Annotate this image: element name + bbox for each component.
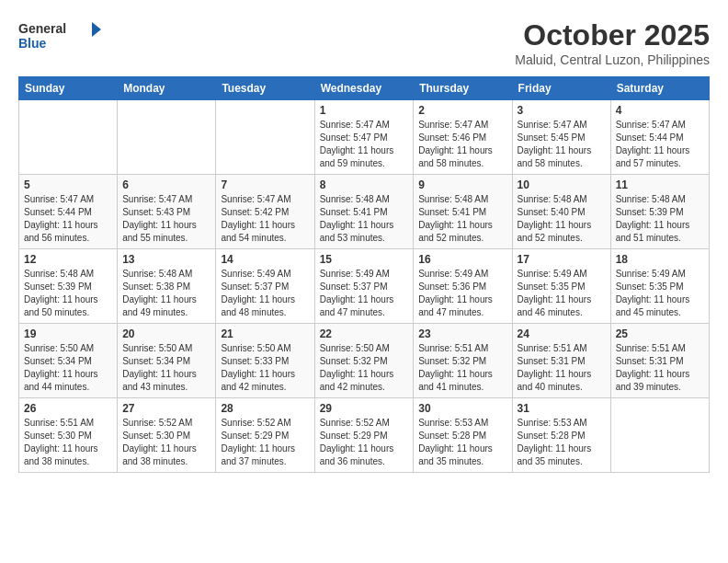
day-number: 9 (418, 178, 506, 191)
day-number: 18 (616, 253, 704, 266)
calendar-cell: 10Sunrise: 5:48 AM Sunset: 5:40 PM Dayli… (512, 175, 610, 249)
day-number: 11 (616, 178, 704, 191)
weekday-header-sunday: Sunday (19, 77, 118, 100)
day-info: Sunrise: 5:53 AM Sunset: 5:28 PM Dayligh… (518, 417, 606, 468)
location: Maluid, Central Luzon, Philippines (515, 52, 710, 67)
calendar-cell: 20Sunrise: 5:50 AM Sunset: 5:34 PM Dayli… (118, 324, 216, 398)
day-number: 8 (320, 178, 409, 191)
calendar-cell: 6Sunrise: 5:47 AM Sunset: 5:43 PM Daylig… (118, 175, 216, 249)
day-number: 15 (320, 253, 409, 266)
day-info: Sunrise: 5:48 AM Sunset: 5:39 PM Dayligh… (24, 268, 112, 319)
calendar-cell: 29Sunrise: 5:52 AM Sunset: 5:29 PM Dayli… (314, 398, 414, 473)
calendar-cell: 25Sunrise: 5:51 AM Sunset: 5:31 PM Dayli… (610, 324, 709, 398)
logo: General Blue (18, 18, 101, 55)
day-number: 14 (221, 253, 309, 266)
day-info: Sunrise: 5:47 AM Sunset: 5:42 PM Dayligh… (221, 193, 309, 245)
day-info: Sunrise: 5:48 AM Sunset: 5:41 PM Dayligh… (418, 193, 506, 245)
day-info: Sunrise: 5:48 AM Sunset: 5:41 PM Dayligh… (320, 193, 409, 245)
day-info: Sunrise: 5:49 AM Sunset: 5:35 PM Dayligh… (518, 268, 606, 319)
calendar-cell: 30Sunrise: 5:53 AM Sunset: 5:28 PM Dayli… (414, 398, 512, 473)
calendar-cell: 28Sunrise: 5:52 AM Sunset: 5:29 PM Dayli… (216, 398, 314, 473)
day-number: 3 (518, 104, 606, 117)
day-info: Sunrise: 5:50 AM Sunset: 5:33 PM Dayligh… (221, 342, 309, 394)
day-number: 10 (518, 178, 606, 191)
calendar-cell (216, 100, 314, 175)
calendar-cell (118, 100, 216, 175)
day-number: 13 (122, 253, 210, 266)
svg-marker-2 (92, 22, 101, 37)
day-number: 25 (616, 327, 704, 340)
calendar-cell: 19Sunrise: 5:50 AM Sunset: 5:34 PM Dayli… (19, 324, 118, 398)
calendar-cell: 2Sunrise: 5:47 AM Sunset: 5:46 PM Daylig… (414, 100, 512, 175)
svg-text:Blue: Blue (18, 36, 47, 51)
calendar-cell: 13Sunrise: 5:48 AM Sunset: 5:38 PM Dayli… (118, 249, 216, 324)
calendar-cell: 14Sunrise: 5:49 AM Sunset: 5:37 PM Dayli… (216, 249, 314, 324)
day-info: Sunrise: 5:47 AM Sunset: 5:46 PM Dayligh… (418, 119, 506, 170)
calendar-cell: 8Sunrise: 5:48 AM Sunset: 5:41 PM Daylig… (314, 175, 414, 249)
day-number: 29 (320, 402, 409, 415)
calendar-cell: 5Sunrise: 5:47 AM Sunset: 5:44 PM Daylig… (19, 175, 118, 249)
day-number: 26 (24, 402, 112, 415)
weekday-header-thursday: Thursday (414, 77, 512, 100)
calendar-cell: 31Sunrise: 5:53 AM Sunset: 5:28 PM Dayli… (512, 398, 610, 473)
day-info: Sunrise: 5:49 AM Sunset: 5:37 PM Dayligh… (320, 268, 409, 319)
day-number: 22 (320, 327, 409, 340)
day-info: Sunrise: 5:51 AM Sunset: 5:31 PM Dayligh… (518, 342, 606, 394)
calendar-cell: 18Sunrise: 5:49 AM Sunset: 5:35 PM Dayli… (610, 249, 709, 324)
calendar-cell: 17Sunrise: 5:49 AM Sunset: 5:35 PM Dayli… (512, 249, 610, 324)
weekday-header-monday: Monday (118, 77, 216, 100)
month-title: October 2025 (515, 18, 710, 52)
calendar-cell: 9Sunrise: 5:48 AM Sunset: 5:41 PM Daylig… (414, 175, 512, 249)
day-number: 19 (24, 327, 112, 340)
day-info: Sunrise: 5:47 AM Sunset: 5:44 PM Dayligh… (24, 193, 112, 245)
day-number: 4 (616, 104, 704, 117)
day-number: 16 (418, 253, 506, 266)
day-number: 30 (418, 402, 506, 415)
week-row-4: 19Sunrise: 5:50 AM Sunset: 5:34 PM Dayli… (19, 324, 710, 398)
day-info: Sunrise: 5:51 AM Sunset: 5:31 PM Dayligh… (616, 342, 704, 394)
day-number: 28 (221, 402, 309, 415)
calendar-cell: 4Sunrise: 5:47 AM Sunset: 5:44 PM Daylig… (610, 100, 709, 175)
week-row-1: 1Sunrise: 5:47 AM Sunset: 5:47 PM Daylig… (19, 100, 710, 175)
day-number: 23 (418, 327, 506, 340)
day-info: Sunrise: 5:47 AM Sunset: 5:44 PM Dayligh… (616, 119, 704, 170)
day-number: 2 (418, 104, 506, 117)
day-info: Sunrise: 5:48 AM Sunset: 5:39 PM Dayligh… (616, 193, 704, 245)
week-row-2: 5Sunrise: 5:47 AM Sunset: 5:44 PM Daylig… (19, 175, 710, 249)
week-row-5: 26Sunrise: 5:51 AM Sunset: 5:30 PM Dayli… (19, 398, 710, 473)
calendar-cell: 12Sunrise: 5:48 AM Sunset: 5:39 PM Dayli… (19, 249, 118, 324)
day-info: Sunrise: 5:47 AM Sunset: 5:47 PM Dayligh… (320, 119, 409, 170)
calendar-cell (610, 398, 709, 473)
day-info: Sunrise: 5:47 AM Sunset: 5:43 PM Dayligh… (122, 193, 210, 245)
weekday-header-friday: Friday (512, 77, 610, 100)
title-block: October 2025 Maluid, Central Luzon, Phil… (515, 18, 710, 67)
page-header: General Blue October 2025 Maluid, Centra… (18, 18, 710, 67)
calendar-cell: 11Sunrise: 5:48 AM Sunset: 5:39 PM Dayli… (610, 175, 709, 249)
calendar-cell: 27Sunrise: 5:52 AM Sunset: 5:30 PM Dayli… (118, 398, 216, 473)
day-number: 17 (518, 253, 606, 266)
calendar-cell: 23Sunrise: 5:51 AM Sunset: 5:32 PM Dayli… (414, 324, 512, 398)
calendar-cell: 1Sunrise: 5:47 AM Sunset: 5:47 PM Daylig… (314, 100, 414, 175)
calendar-cell: 22Sunrise: 5:50 AM Sunset: 5:32 PM Dayli… (314, 324, 414, 398)
weekday-header-row: SundayMondayTuesdayWednesdayThursdayFrid… (19, 77, 710, 100)
day-number: 12 (24, 253, 112, 266)
week-row-3: 12Sunrise: 5:48 AM Sunset: 5:39 PM Dayli… (19, 249, 710, 324)
calendar: SundayMondayTuesdayWednesdayThursdayFrid… (18, 76, 710, 473)
calendar-cell: 7Sunrise: 5:47 AM Sunset: 5:42 PM Daylig… (216, 175, 314, 249)
day-number: 27 (122, 402, 210, 415)
logo-svg: General Blue (18, 18, 101, 55)
day-number: 1 (320, 104, 409, 117)
day-info: Sunrise: 5:53 AM Sunset: 5:28 PM Dayligh… (418, 417, 506, 468)
day-info: Sunrise: 5:49 AM Sunset: 5:36 PM Dayligh… (418, 268, 506, 319)
day-number: 6 (122, 178, 210, 191)
calendar-cell: 21Sunrise: 5:50 AM Sunset: 5:33 PM Dayli… (216, 324, 314, 398)
calendar-cell: 15Sunrise: 5:49 AM Sunset: 5:37 PM Dayli… (314, 249, 414, 324)
day-number: 31 (518, 402, 606, 415)
day-info: Sunrise: 5:50 AM Sunset: 5:34 PM Dayligh… (122, 342, 210, 394)
day-number: 24 (518, 327, 606, 340)
day-number: 21 (221, 327, 309, 340)
day-number: 20 (122, 327, 210, 340)
day-info: Sunrise: 5:51 AM Sunset: 5:30 PM Dayligh… (24, 417, 112, 468)
day-info: Sunrise: 5:52 AM Sunset: 5:29 PM Dayligh… (221, 417, 309, 468)
day-info: Sunrise: 5:50 AM Sunset: 5:34 PM Dayligh… (24, 342, 112, 394)
